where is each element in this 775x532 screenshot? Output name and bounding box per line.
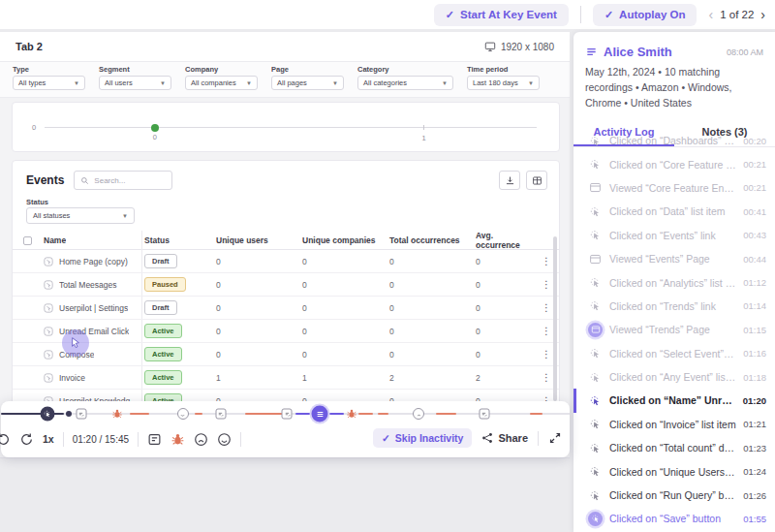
event-table-row[interactable]: Invoice Active 1 1 2 2 ⋮: [13, 366, 559, 390]
playback-controls: 1x 01:20 / 15:45: [5, 428, 241, 450]
check-icon: ✓: [446, 9, 454, 21]
activity-log-item[interactable]: Clicked on “Save” button 01:55: [574, 507, 775, 530]
activity-log-item[interactable]: Clicked on “Analytics” list item 01:12: [574, 270, 775, 294]
recorded-tab-bar: Tab 2 1920 x 1080: [0, 32, 570, 62]
filter-select[interactable]: All categories ▼: [357, 76, 453, 90]
timeline-marker-note-icon[interactable]: [282, 409, 293, 420]
activity-label: Clicked on “Invoice” list item: [609, 419, 736, 430]
click-icon: [589, 418, 602, 430]
activity-label: Clicked on “Trends” link: [609, 300, 736, 312]
activity-timestamp: 01:24: [743, 466, 766, 477]
timeline-marker-note-icon[interactable]: [215, 409, 226, 420]
frustration-marker-button[interactable]: [194, 432, 208, 447]
activity-log-item[interactable]: Clicked on “Any Event” list item 01:18: [574, 365, 775, 389]
session-list-icon[interactable]: [585, 46, 598, 58]
skip-back-button[interactable]: [0, 432, 11, 447]
timeline-marker-list-icon[interactable]: [312, 406, 328, 422]
total-occurrences-value: 0: [388, 327, 474, 336]
avg-occurrence-value: 0: [474, 350, 534, 360]
chevron-down-icon: ▼: [122, 213, 128, 219]
activity-log-item[interactable]: Clicked on “Unique Users” list item 01:2…: [574, 459, 775, 483]
activity-timestamp: 01:18: [743, 372, 766, 383]
timeline-marker-click-icon[interactable]: [41, 407, 55, 422]
activity-log-item[interactable]: Clicked on “Data” list item 00:41: [574, 200, 775, 223]
table-scrollbar[interactable]: [553, 236, 557, 401]
skip-forward-button[interactable]: [19, 432, 34, 447]
activity-log-item[interactable]: Clicked on “Total count” dropdown 01:23: [574, 436, 775, 459]
event-table-row[interactable]: Compose Active 0 0 0 0 ⋮: [13, 343, 559, 366]
chevron-down-icon: ▼: [332, 80, 338, 86]
activity-label: Clicked on “Run Query” button: [609, 489, 736, 501]
next-recording-icon[interactable]: ›: [760, 8, 765, 21]
slider-handle[interactable]: 0: [151, 124, 159, 132]
chevron-down-icon: ▼: [160, 80, 166, 86]
chevron-down-icon: ▼: [74, 80, 79, 86]
total-occurrences-value: 0: [388, 257, 474, 266]
start-at-key-event-button[interactable]: ✓ Start At Key Event: [434, 4, 569, 26]
status-badge: Active: [144, 370, 182, 385]
timeline-segment: [530, 413, 543, 416]
activity-timestamp: 00:21: [743, 182, 766, 193]
fullscreen-button[interactable]: [548, 431, 562, 445]
timeline-marker-dot[interactable]: [66, 411, 72, 417]
event-table-row[interactable]: Userpilot | Settings Draft 0 0 0 0 ⋮: [13, 297, 559, 320]
timeline-marker-frown-icon[interactable]: [413, 408, 424, 420]
activity-event-icon: [588, 441, 603, 455]
status-filter-select[interactable]: All statuses ▼: [26, 207, 135, 224]
session-user-name[interactable]: Alice Smith: [604, 45, 672, 59]
click-icon: [589, 158, 602, 171]
activity-log-item[interactable]: Viewed “Core Feature Engagment” 00:21: [574, 176, 775, 200]
activity-timestamp: 01:26: [743, 490, 766, 501]
activity-log-item[interactable]: Clicked on “Trends” link 01:14: [574, 295, 775, 318]
activity-log-item[interactable]: Clicked on “Invoice” list item 01:21: [574, 413, 775, 436]
event-table-row[interactable]: Total Meesages Paused 0 0 0 0 ⋮: [13, 273, 559, 297]
notes-marker-button[interactable]: [147, 432, 162, 447]
status-badge: Active: [144, 324, 182, 338]
prev-recording-icon[interactable]: ‹: [708, 8, 713, 21]
errors-marker-button[interactable]: [170, 432, 185, 447]
timeline-marker-bug-icon[interactable]: [346, 408, 357, 420]
activity-label: Viewed “Trends” Page: [609, 324, 736, 335]
timeline-marker-note-icon[interactable]: [76, 409, 86, 420]
timeline-marker-bug-icon[interactable]: [111, 408, 123, 420]
playback-speed-button[interactable]: 1x: [43, 433, 54, 445]
columns-button[interactable]: [526, 171, 547, 190]
skip-inactivity-toggle[interactable]: ✓ Skip Inactivity: [373, 428, 472, 448]
activity-log-item[interactable]: Clicked on “Dashboards” list item 00:20: [574, 129, 775, 152]
event-table-row[interactable]: Unread Email Click Active 0 0 0 0 ⋮: [13, 320, 559, 343]
click-icon: [589, 442, 602, 454]
events-title: Events: [26, 173, 64, 187]
activity-log-item[interactable]: Viewed “Events” Page 00:44: [574, 247, 775, 270]
share-button[interactable]: Share: [481, 432, 528, 444]
activity-log-item[interactable]: Clicked on “Core Feature Engagem... 00:2…: [574, 152, 775, 175]
activity-log-item[interactable]: Clicked on “Select Event” dropdown 01:16: [574, 342, 775, 365]
note-icon: [147, 432, 162, 447]
activity-log-item[interactable]: Clicked on “Name” Unread Email C... 01:2…: [574, 389, 775, 412]
event-table-row[interactable]: Home Page (copy) Draft 0 0 0 0 ⋮: [13, 250, 559, 273]
column-avg-occurrence: Avg. occurrence: [474, 231, 534, 250]
filter-select[interactable]: All users ▼: [99, 76, 171, 90]
filter-select[interactable]: All types ▼: [13, 76, 85, 90]
unique-users-value: 1: [214, 373, 300, 383]
download-button[interactable]: [499, 171, 520, 190]
filter-select[interactable]: All pages ▼: [271, 76, 344, 90]
timeline-track[interactable]: [1, 405, 570, 422]
filter-select[interactable]: Last 180 days ▼: [467, 76, 540, 90]
happy-marker-button[interactable]: [217, 432, 232, 447]
unique-companies-value: 0: [300, 350, 388, 360]
timeline-marker-smiley-icon[interactable]: [177, 408, 189, 420]
timeline-marker-note-icon[interactable]: [479, 409, 489, 420]
autoplay-toggle-button[interactable]: ✓ Autoplay On: [593, 4, 698, 26]
activity-timestamp: 01:12: [743, 277, 766, 288]
events-search[interactable]: [74, 171, 172, 190]
activity-log-item[interactable]: Clicked on “Run Query” button 01:26: [574, 484, 775, 507]
events-search-input[interactable]: [94, 176, 166, 185]
activity-log-item[interactable]: Viewed “Trends” Page 01:15: [574, 318, 775, 341]
recording-pagination: ‹ 1 of 22 ›: [708, 8, 765, 21]
click-icon: [589, 465, 602, 478]
filter-select[interactable]: All companies ▼: [185, 76, 258, 90]
slider-track[interactable]: 0 1: [45, 127, 537, 128]
activity-label: Clicked on “Dashboards” list item: [609, 135, 736, 146]
select-all-checkbox[interactable]: [23, 236, 32, 245]
activity-log-item[interactable]: Clicked on “Events” link 00:43: [574, 224, 775, 247]
